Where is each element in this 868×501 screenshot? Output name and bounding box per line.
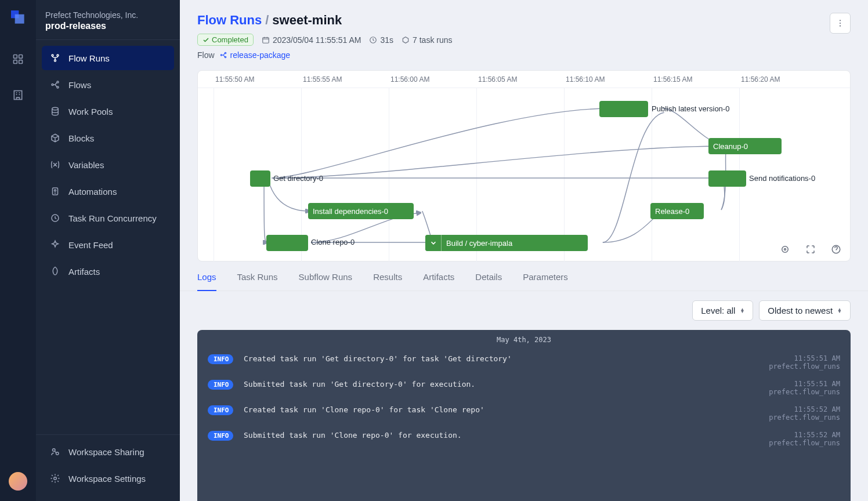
- svg-point-20: [220, 55, 222, 56]
- nav-label: Variables: [68, 160, 104, 170]
- sidebar-item-work-pools[interactable]: Work Pools: [42, 99, 174, 124]
- svg-rect-0: [14, 55, 17, 59]
- log-message: Submitted task run 'Get directory-0' for…: [244, 380, 758, 389]
- breadcrumb-current: sweet-mink: [272, 13, 342, 28]
- workspace-name: prod-releases: [45, 21, 171, 31]
- flow-ref: Flow release-package: [197, 50, 830, 60]
- concurrency-icon: [50, 213, 60, 223]
- task-get-directory[interactable]: [250, 170, 270, 187]
- more-menu-button[interactable]: [830, 13, 851, 34]
- flows-icon: [50, 79, 60, 90]
- task-clone-repo[interactable]: [266, 235, 308, 251]
- tab-task-runs[interactable]: Task Runs: [237, 272, 278, 291]
- variable-icon: [50, 159, 60, 170]
- tab-details[interactable]: Details: [475, 272, 502, 291]
- task-release[interactable]: Release-0: [650, 203, 704, 219]
- artifacts-icon: [50, 266, 60, 277]
- icon-rail: [0, 0, 36, 501]
- tick-label: 11:56:15 AM: [653, 75, 692, 84]
- automation-icon: [50, 186, 60, 197]
- svg-point-27: [784, 249, 786, 251]
- duration: 31s: [369, 35, 393, 45]
- org-name: Prefect Technologies, Inc.: [45, 10, 171, 20]
- svg-rect-2: [14, 60, 17, 64]
- task-label: Send notifications-0: [749, 174, 815, 183]
- sidebar-item-workspace-sharing[interactable]: Workspace Sharing: [42, 440, 174, 464]
- tab-logs[interactable]: Logs: [197, 272, 216, 291]
- chevron-down-icon[interactable]: [425, 235, 442, 251]
- sidebar-item-flows[interactable]: Flows: [42, 72, 174, 97]
- chevron-updown-icon: ▲▼: [740, 308, 744, 313]
- main-nav: Flow Runs Flows Work Pools Blocks Variab…: [36, 40, 180, 434]
- nav-label: Work Pools: [68, 107, 113, 117]
- task-cleanup[interactable]: Cleanup-0: [708, 138, 782, 154]
- svg-point-6: [57, 55, 59, 56]
- nav-label: Automations: [68, 187, 117, 197]
- sidebar-item-event-feed[interactable]: Event Feed: [42, 233, 174, 257]
- nav-label: Event Feed: [68, 240, 113, 250]
- gantt-timeline[interactable]: 11:55:50 AM 11:55:55 AM 11:56:00 AM 11:5…: [197, 70, 851, 262]
- workspace-switcher[interactable]: Prefect Technologies, Inc. prod-releases: [36, 0, 180, 39]
- tick-label: 11:56:05 AM: [478, 75, 517, 84]
- flow-link[interactable]: release-package: [219, 50, 291, 60]
- tab-results[interactable]: Results: [373, 272, 402, 291]
- flow-runs-icon: [50, 53, 60, 63]
- avatar[interactable]: [9, 472, 27, 491]
- gantt-axis: 11:55:50 AM 11:55:55 AM 11:56:00 AM 11:5…: [198, 71, 850, 88]
- sidebar-item-automations[interactable]: Automations: [42, 179, 174, 204]
- status-badge: Completed: [197, 34, 254, 46]
- main-content: Flow Runs / sweet-mink Completed 2023/05…: [180, 0, 868, 501]
- breadcrumb-sep: /: [265, 13, 269, 28]
- breadcrumb-root[interactable]: Flow Runs: [197, 13, 262, 28]
- target-icon[interactable]: [779, 244, 791, 255]
- svg-point-11: [52, 107, 59, 110]
- svg-point-15: [53, 449, 56, 452]
- task-build[interactable]: Build / cyber-impala: [425, 235, 588, 251]
- flow-label: Flow: [197, 50, 215, 60]
- sort-select[interactable]: Oldest to newest ▲▼: [759, 300, 851, 321]
- timestamp: 2023/05/04 11:55:51 AM: [262, 35, 361, 45]
- svg-rect-18: [263, 37, 269, 42]
- tick-label: 11:56:00 AM: [390, 75, 429, 84]
- task-run-count: 7 task runs: [402, 35, 452, 45]
- clock-icon: [369, 36, 377, 44]
- sidebar-item-variables[interactable]: Variables: [42, 153, 174, 177]
- gear-icon: [50, 473, 60, 484]
- grid-icon[interactable]: [9, 50, 27, 68]
- svg-rect-4: [14, 91, 21, 100]
- task-publish[interactable]: [599, 101, 648, 117]
- task-label: Publish latest version-0: [652, 104, 729, 113]
- tab-parameters[interactable]: Parameters: [523, 272, 568, 291]
- tab-artifacts[interactable]: Artifacts: [423, 272, 454, 291]
- chevron-updown-icon: ▲▼: [837, 308, 842, 313]
- nav-label: Blocks: [68, 133, 94, 143]
- svg-point-16: [56, 452, 59, 455]
- breadcrumb: Flow Runs / sweet-mink: [197, 13, 830, 28]
- log-message: Submitted task run 'Clone repo-0' for ex…: [244, 431, 758, 440]
- sidebar-item-task-run-concurrency[interactable]: Task Run Concurrency: [42, 206, 174, 230]
- level-select[interactable]: Level: all ▲▼: [692, 300, 753, 321]
- task-send-notifications[interactable]: [708, 170, 746, 187]
- svg-point-25: [840, 26, 841, 27]
- tab-subflow-runs[interactable]: Subflow Runs: [299, 272, 353, 291]
- nav-label: Workspace Settings: [68, 474, 146, 484]
- log-line: INFO Created task run 'Get directory-0' …: [197, 350, 851, 375]
- page-header: Flow Runs / sweet-mink Completed 2023/05…: [180, 0, 868, 64]
- logs-panel[interactable]: May 4th, 2023 INFO Created task run 'Get…: [197, 330, 851, 501]
- log-level-badge: INFO: [208, 405, 233, 415]
- svg-point-26: [782, 246, 789, 253]
- dots-vertical-icon: [836, 19, 845, 28]
- svg-point-9: [57, 81, 59, 83]
- sidebar-item-blocks[interactable]: Blocks: [42, 126, 174, 150]
- expand-icon[interactable]: [805, 244, 816, 255]
- sparkle-icon: [50, 239, 60, 250]
- sidebar-item-workspace-settings[interactable]: Workspace Settings: [42, 466, 174, 491]
- log-date: May 4th, 2023: [197, 330, 851, 350]
- help-icon[interactable]: [830, 244, 842, 255]
- task-install-dependencies[interactable]: Install dependencies-0: [308, 203, 414, 219]
- building-icon[interactable]: [9, 86, 27, 104]
- sidebar-item-artifacts[interactable]: Artifacts: [42, 259, 174, 284]
- sidebar-item-flow-runs[interactable]: Flow Runs: [42, 46, 174, 70]
- tick-label: 11:55:50 AM: [215, 75, 254, 84]
- svg-point-21: [225, 52, 226, 53]
